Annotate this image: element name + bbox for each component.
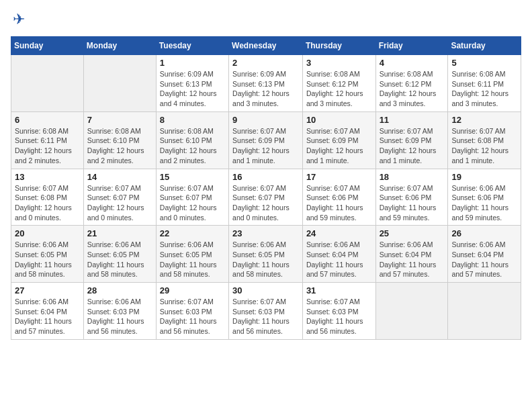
weekday-header-wednesday: Wednesday <box>229 37 303 55</box>
empty-cell <box>83 55 156 112</box>
weekday-header-tuesday: Tuesday <box>156 37 228 55</box>
day-detail: Sunrise: 6:06 AMSunset: 6:05 PMDaylight:… <box>160 240 225 279</box>
calendar-day-cell: 7Sunrise: 6:08 AMSunset: 6:10 PMDaylight… <box>83 111 156 169</box>
day-detail: Sunrise: 6:07 AMSunset: 6:07 PMDaylight:… <box>160 183 225 223</box>
day-detail: Sunrise: 6:07 AMSunset: 6:09 PMDaylight:… <box>380 126 445 166</box>
calendar-day-cell: 21Sunrise: 6:06 AMSunset: 6:05 PMDayligh… <box>83 226 156 283</box>
calendar-day-cell: 3Sunrise: 6:08 AMSunset: 6:12 PMDaylight… <box>302 55 375 112</box>
day-number: 10 <box>306 115 372 125</box>
day-detail: Sunrise: 6:06 AMSunset: 6:04 PMDaylight:… <box>451 240 517 279</box>
logo: ✈ <box>11 11 25 28</box>
calendar-table: SundayMondayTuesdayWednesdayThursdayFrid… <box>11 36 521 340</box>
calendar-day-cell: 27Sunrise: 6:06 AMSunset: 6:04 PMDayligh… <box>11 283 84 340</box>
day-detail: Sunrise: 6:06 AMSunset: 6:05 PMDaylight:… <box>232 240 299 279</box>
day-detail: Sunrise: 6:08 AMSunset: 6:12 PMDaylight:… <box>306 69 372 109</box>
day-number: 19 <box>451 172 517 182</box>
calendar-day-cell: 25Sunrise: 6:06 AMSunset: 6:04 PMDayligh… <box>375 226 448 283</box>
day-detail: Sunrise: 6:06 AMSunset: 6:04 PMDaylight:… <box>15 297 80 336</box>
day-number: 2 <box>232 58 299 68</box>
day-number: 14 <box>87 172 152 182</box>
calendar-day-cell: 29Sunrise: 6:07 AMSunset: 6:03 PMDayligh… <box>156 283 228 340</box>
calendar-day-cell: 15Sunrise: 6:07 AMSunset: 6:07 PMDayligh… <box>156 169 228 226</box>
day-detail: Sunrise: 6:07 AMSunset: 6:08 PMDaylight:… <box>15 183 80 223</box>
empty-cell <box>375 283 448 340</box>
day-number: 5 <box>451 58 517 68</box>
calendar-day-cell: 9Sunrise: 6:07 AMSunset: 6:09 PMDaylight… <box>229 111 303 169</box>
day-detail: Sunrise: 6:08 AMSunset: 6:12 PMDaylight:… <box>380 69 445 109</box>
day-detail: Sunrise: 6:08 AMSunset: 6:11 PMDaylight:… <box>15 126 80 166</box>
day-detail: Sunrise: 6:06 AMSunset: 6:04 PMDaylight:… <box>306 240 372 279</box>
calendar-day-cell: 19Sunrise: 6:06 AMSunset: 6:06 PMDayligh… <box>448 169 521 226</box>
weekday-header-row: SundayMondayTuesdayWednesdayThursdayFrid… <box>11 37 521 55</box>
calendar-day-cell: 10Sunrise: 6:07 AMSunset: 6:09 PMDayligh… <box>302 111 375 169</box>
day-number: 11 <box>380 115 445 125</box>
day-number: 7 <box>87 115 152 125</box>
calendar-day-cell: 24Sunrise: 6:06 AMSunset: 6:04 PMDayligh… <box>302 226 375 283</box>
day-number: 27 <box>15 285 80 295</box>
weekday-header-friday: Friday <box>375 37 448 55</box>
day-detail: Sunrise: 6:08 AMSunset: 6:10 PMDaylight:… <box>160 126 225 166</box>
calendar-day-cell: 2Sunrise: 6:09 AMSunset: 6:13 PMDaylight… <box>229 55 303 112</box>
day-detail: Sunrise: 6:06 AMSunset: 6:05 PMDaylight:… <box>87 240 152 279</box>
calendar-day-cell: 8Sunrise: 6:08 AMSunset: 6:10 PMDaylight… <box>156 111 228 169</box>
day-number: 28 <box>87 285 152 295</box>
day-number: 8 <box>160 115 225 125</box>
calendar-day-cell: 11Sunrise: 6:07 AMSunset: 6:09 PMDayligh… <box>375 111 448 169</box>
day-detail: Sunrise: 6:07 AMSunset: 6:06 PMDaylight:… <box>306 183 372 223</box>
calendar-day-cell: 5Sunrise: 6:08 AMSunset: 6:11 PMDaylight… <box>448 55 521 112</box>
calendar-day-cell: 4Sunrise: 6:08 AMSunset: 6:12 PMDaylight… <box>375 55 448 112</box>
day-detail: Sunrise: 6:09 AMSunset: 6:13 PMDaylight:… <box>232 69 299 109</box>
day-number: 9 <box>232 115 299 125</box>
day-number: 12 <box>451 115 517 125</box>
day-number: 23 <box>232 228 299 238</box>
calendar-week-row: 20Sunrise: 6:06 AMSunset: 6:05 PMDayligh… <box>11 226 521 283</box>
day-detail: Sunrise: 6:06 AMSunset: 6:03 PMDaylight:… <box>87 297 152 336</box>
calendar-week-row: 1Sunrise: 6:09 AMSunset: 6:13 PMDaylight… <box>11 55 521 112</box>
day-number: 31 <box>306 285 372 295</box>
weekday-header-saturday: Saturday <box>448 37 521 55</box>
calendar-week-row: 13Sunrise: 6:07 AMSunset: 6:08 PMDayligh… <box>11 169 521 226</box>
day-number: 13 <box>15 172 80 182</box>
calendar-day-cell: 18Sunrise: 6:07 AMSunset: 6:06 PMDayligh… <box>375 169 448 226</box>
calendar-week-row: 27Sunrise: 6:06 AMSunset: 6:04 PMDayligh… <box>11 283 521 340</box>
calendar-day-cell: 26Sunrise: 6:06 AMSunset: 6:04 PMDayligh… <box>448 226 521 283</box>
day-detail: Sunrise: 6:07 AMSunset: 6:07 PMDaylight:… <box>87 183 152 223</box>
empty-cell <box>11 55 84 112</box>
weekday-header-monday: Monday <box>83 37 156 55</box>
calendar-day-cell: 12Sunrise: 6:07 AMSunset: 6:08 PMDayligh… <box>448 111 521 169</box>
day-number: 25 <box>380 228 445 238</box>
day-number: 17 <box>306 172 372 182</box>
day-number: 4 <box>380 58 445 68</box>
day-detail: Sunrise: 6:06 AMSunset: 6:06 PMDaylight:… <box>451 183 517 223</box>
logo-bird-icon: ✈ <box>13 11 25 28</box>
day-detail: Sunrise: 6:07 AMSunset: 6:09 PMDaylight:… <box>306 126 372 166</box>
day-number: 24 <box>306 228 372 238</box>
calendar-week-row: 6Sunrise: 6:08 AMSunset: 6:11 PMDaylight… <box>11 111 521 169</box>
day-number: 30 <box>232 285 299 295</box>
calendar-day-cell: 28Sunrise: 6:06 AMSunset: 6:03 PMDayligh… <box>83 283 156 340</box>
calendar-day-cell: 13Sunrise: 6:07 AMSunset: 6:08 PMDayligh… <box>11 169 84 226</box>
day-number: 16 <box>232 172 299 182</box>
day-number: 3 <box>306 58 372 68</box>
calendar-day-cell: 17Sunrise: 6:07 AMSunset: 6:06 PMDayligh… <box>302 169 375 226</box>
day-detail: Sunrise: 6:08 AMSunset: 6:10 PMDaylight:… <box>87 126 152 166</box>
day-detail: Sunrise: 6:07 AMSunset: 6:03 PMDaylight:… <box>232 297 299 336</box>
day-number: 1 <box>160 58 225 68</box>
calendar-day-cell: 1Sunrise: 6:09 AMSunset: 6:13 PMDaylight… <box>156 55 228 112</box>
day-number: 18 <box>380 172 445 182</box>
day-number: 20 <box>15 228 80 238</box>
calendar-day-cell: 23Sunrise: 6:06 AMSunset: 6:05 PMDayligh… <box>229 226 303 283</box>
day-detail: Sunrise: 6:07 AMSunset: 6:03 PMDaylight:… <box>306 297 372 336</box>
day-detail: Sunrise: 6:08 AMSunset: 6:11 PMDaylight:… <box>451 69 517 109</box>
day-number: 29 <box>160 285 225 295</box>
day-detail: Sunrise: 6:06 AMSunset: 6:04 PMDaylight:… <box>380 240 445 279</box>
day-detail: Sunrise: 6:07 AMSunset: 6:06 PMDaylight:… <box>380 183 445 223</box>
day-detail: Sunrise: 6:06 AMSunset: 6:05 PMDaylight:… <box>15 240 80 279</box>
day-detail: Sunrise: 6:07 AMSunset: 6:09 PMDaylight:… <box>232 126 299 166</box>
day-detail: Sunrise: 6:07 AMSunset: 6:07 PMDaylight:… <box>232 183 299 223</box>
day-detail: Sunrise: 6:07 AMSunset: 6:08 PMDaylight:… <box>451 126 517 166</box>
day-detail: Sunrise: 6:07 AMSunset: 6:03 PMDaylight:… <box>160 297 225 336</box>
day-number: 15 <box>160 172 225 182</box>
weekday-header-sunday: Sunday <box>11 37 84 55</box>
calendar-day-cell: 14Sunrise: 6:07 AMSunset: 6:07 PMDayligh… <box>83 169 156 226</box>
